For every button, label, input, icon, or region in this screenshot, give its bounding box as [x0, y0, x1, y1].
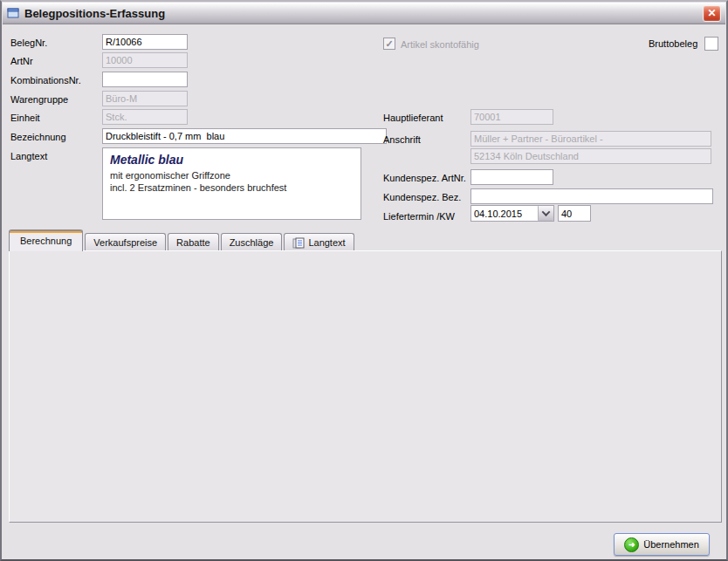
- liefertermin-date-value: 04.10.2015: [471, 208, 538, 220]
- tab-label: Berechnung: [20, 236, 72, 246]
- belegnr-input[interactable]: [102, 34, 188, 50]
- anschrift-line1-input: [470, 131, 711, 147]
- tab-verkaufspreise[interactable]: Verkaufspreise: [85, 233, 166, 251]
- kundenspez-artnr-label: Kundenspez. ArtNr.: [383, 173, 466, 183]
- close-button[interactable]: ✕: [703, 5, 721, 22]
- kundenspez-bez-input[interactable]: [470, 188, 713, 204]
- langtext-line: incl. 2 Ersatzminen - besonders bruchfes…: [110, 181, 354, 194]
- close-icon: ✕: [707, 7, 716, 19]
- anschrift-line2-input: [470, 148, 711, 164]
- window-title: Belegpositions-Erfassung: [24, 7, 165, 20]
- kundenspez-artnr-input[interactable]: [470, 169, 553, 185]
- green-arrow-icon: ➜: [624, 537, 639, 552]
- langtext-box[interactable]: Metallic blau mit ergonomischer Griffzon…: [102, 147, 361, 220]
- liefertermin-kw-input[interactable]: [558, 205, 591, 222]
- liefertermin-date-combo[interactable]: 04.10.2015: [470, 205, 554, 222]
- einheit-input: [102, 109, 188, 125]
- anschrift-label: Anschrift: [383, 134, 421, 145]
- skontofaehig-label: Artikel skontofähig: [401, 39, 479, 50]
- langtext-label: Langtext: [10, 151, 47, 161]
- tab-label: Langtext: [308, 237, 345, 248]
- tab-berechnung[interactable]: Berechnung: [9, 229, 83, 251]
- artnr-label: ArtNr: [10, 56, 33, 66]
- tab-label: Zuschläge: [230, 237, 274, 248]
- bezeichnung-input[interactable]: [102, 128, 387, 144]
- artnr-input: [102, 52, 188, 68]
- langtext-line: mit ergonomischer Griffzone: [110, 169, 354, 181]
- chevron-down-icon[interactable]: [538, 206, 553, 221]
- berechnung-tab-panel: [9, 250, 722, 523]
- title-bar[interactable]: Belegpositions-Erfassung ✕: [3, 3, 725, 24]
- tab-label: Verkaufspreise: [93, 237, 157, 248]
- bruttobeleg-label: Bruttobeleg: [649, 38, 697, 49]
- belegnr-label: BelegNr.: [10, 38, 47, 48]
- einheit-label: Einheit: [10, 113, 40, 123]
- bezeichnung-label: Bezeichnung: [10, 132, 66, 142]
- liefertermin-label: Liefertermin /KW: [383, 211, 455, 222]
- uebernehmen-label: Übernehmen: [643, 539, 699, 550]
- tab-zuschlaege[interactable]: Zuschläge: [221, 233, 283, 251]
- warengruppe-input: [102, 91, 188, 106]
- hauptlieferant-input: [470, 109, 553, 125]
- tab-label: Rabatte: [176, 237, 210, 248]
- bruttobeleg-checkbox[interactable]: [704, 37, 718, 51]
- window-icon: [7, 8, 20, 19]
- tab-langtext[interactable]: Langtext: [284, 233, 354, 251]
- uebernehmen-button[interactable]: ➜ Übernehmen: [614, 533, 710, 556]
- kundenspez-bez-label: Kundenspez. Bez.: [383, 192, 461, 202]
- tab-strip: Berechnung Verkaufspreise Rabatte Zuschl…: [9, 229, 356, 251]
- kombinationsnr-label: KombinationsNr.: [10, 75, 81, 86]
- belegpositions-erfassung-dialog: Belegpositions-Erfassung ✕ BelegNr. ArtN…: [0, 0, 728, 561]
- check-icon: ✓: [385, 38, 393, 49]
- kombinationsnr-input[interactable]: [102, 72, 188, 87]
- hauptlieferant-label: Hauptlieferant: [383, 113, 443, 123]
- langtext-title: Metallic blau: [110, 153, 354, 167]
- warengruppe-label: Warengruppe: [10, 94, 68, 105]
- tab-rabatte[interactable]: Rabatte: [168, 233, 219, 251]
- document-icon: [292, 237, 305, 249]
- skontofaehig-checkbox: ✓: [383, 38, 395, 50]
